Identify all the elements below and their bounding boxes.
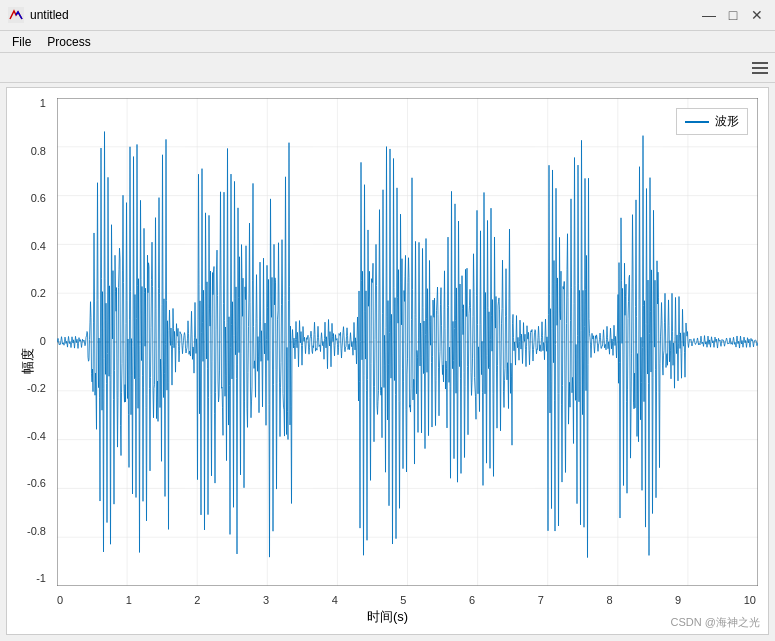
menu-file[interactable]: File xyxy=(4,33,39,51)
x-axis-label: 时间(s) xyxy=(367,608,408,626)
y-tick-n08: -0.8 xyxy=(27,526,46,537)
x-tick-2: 2 xyxy=(194,594,200,606)
x-tick-6: 6 xyxy=(469,594,475,606)
toolbar xyxy=(0,53,775,83)
y-tick-04: 0.4 xyxy=(31,241,46,252)
maximize-button[interactable]: □ xyxy=(723,5,743,25)
y-tick-n04: -0.4 xyxy=(27,431,46,442)
x-tick-7: 7 xyxy=(538,594,544,606)
legend-box: 波形 xyxy=(676,108,748,135)
plot-area: 幅度 1 0.8 0.6 0.4 0.2 0 -0.2 -0.4 -0.6 -0… xyxy=(6,87,769,635)
y-tick-n1: -1 xyxy=(36,573,46,584)
y-ticks: 1 0.8 0.6 0.4 0.2 0 -0.2 -0.4 -0.6 -0.8 … xyxy=(27,98,46,584)
y-tick-08: 0.8 xyxy=(31,146,46,157)
legend-line xyxy=(685,121,709,123)
x-tick-4: 4 xyxy=(332,594,338,606)
watermark: CSDN @海神之光 xyxy=(671,615,760,630)
y-tick-n06: -0.6 xyxy=(27,478,46,489)
svg-rect-2 xyxy=(752,67,768,69)
x-ticks: 0 1 2 3 4 5 6 7 8 9 10 xyxy=(57,594,756,606)
title-controls: — □ ✕ xyxy=(699,5,767,25)
x-tick-0: 0 xyxy=(57,594,63,606)
x-tick-3: 3 xyxy=(263,594,269,606)
y-tick-1: 1 xyxy=(40,98,46,109)
x-tick-10: 10 xyxy=(744,594,756,606)
waveform-canvas xyxy=(57,98,758,586)
menu-process[interactable]: Process xyxy=(39,33,98,51)
title-bar: untitled — □ ✕ xyxy=(0,0,775,31)
x-tick-8: 8 xyxy=(606,594,612,606)
hamburger-icon xyxy=(752,61,768,75)
svg-rect-3 xyxy=(752,72,768,74)
y-tick-06: 0.6 xyxy=(31,193,46,204)
toolbar-menu-icon[interactable] xyxy=(749,57,771,79)
legend-label: 波形 xyxy=(715,113,739,130)
close-button[interactable]: ✕ xyxy=(747,5,767,25)
y-tick-02: 0.2 xyxy=(31,288,46,299)
x-tick-1: 1 xyxy=(126,594,132,606)
menu-bar: File Process xyxy=(0,31,775,53)
y-tick-0: 0 xyxy=(40,336,46,347)
x-tick-5: 5 xyxy=(400,594,406,606)
y-tick-n02: -0.2 xyxy=(27,383,46,394)
svg-rect-1 xyxy=(752,62,768,64)
title-left: untitled xyxy=(8,7,69,23)
window-title: untitled xyxy=(30,8,69,22)
x-tick-9: 9 xyxy=(675,594,681,606)
minimize-button[interactable]: — xyxy=(699,5,719,25)
matlab-icon xyxy=(8,7,24,23)
